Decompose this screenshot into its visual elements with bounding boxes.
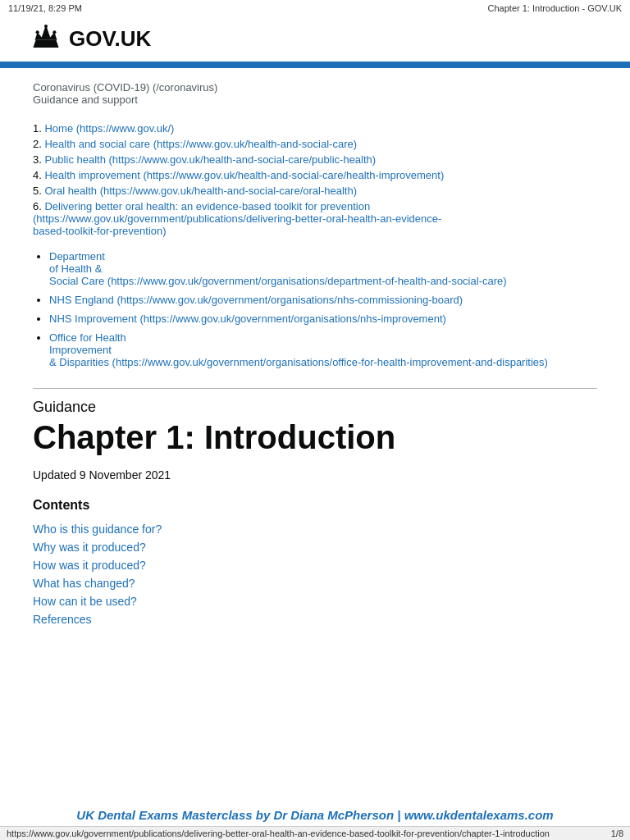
contents-section: Contents Who is this guidance for? Why w…: [33, 498, 597, 626]
covid-banner: Coronavirus (COVID-19) (/coronavirus) Gu…: [33, 81, 597, 106]
bottom-banner: UK Dental Exams Masterclass by Dr Diana …: [0, 805, 630, 825]
contents-heading: Contents: [33, 498, 597, 513]
contents-link-6[interactable]: References: [33, 613, 92, 626]
chapter-title: Chapter 1: Introduction: [33, 419, 597, 455]
breadcrumb-item-6: 6. Delivering better oral health: an evi…: [33, 200, 597, 237]
contents-link-3[interactable]: How was it produced?: [33, 559, 146, 572]
breadcrumb-item-2: 2. Health and social care (https://www.g…: [33, 138, 597, 150]
status-page: 1/8: [611, 829, 623, 838]
contents-item-3: How was it produced?: [33, 559, 597, 572]
breadcrumb-link-5[interactable]: Oral health (https://www.gov.uk/health-a…: [44, 185, 357, 197]
publisher-link-1[interactable]: Departmentof Health &Social Care (https:…: [49, 250, 507, 287]
contents-item-6: References: [33, 613, 597, 626]
contents-link-4[interactable]: What has changed?: [33, 577, 135, 590]
top-bar: 11/19/21, 8:29 PM Chapter 1: Introductio…: [0, 0, 630, 16]
contents-link-1[interactable]: Who is this guidance for?: [33, 523, 162, 536]
breadcrumb-link-6[interactable]: Delivering better oral health: an eviden…: [33, 200, 441, 237]
contents-list: Who is this guidance for? Why was it pro…: [33, 523, 597, 626]
divider: [33, 388, 597, 389]
status-bar: https://www.gov.uk/government/publicatio…: [0, 826, 630, 840]
contents-item-4: What has changed?: [33, 577, 597, 590]
breadcrumb-item-3: 3. Public health (https://www.gov.uk/hea…: [33, 153, 597, 166]
contents-item-1: Who is this guidance for?: [33, 523, 597, 536]
publisher-item-4: Office for HealthImprovement& Disparitie…: [49, 331, 597, 368]
publisher-item-2: NHS England (https://www.gov.uk/governme…: [49, 294, 597, 306]
breadcrumb-link-2[interactable]: Health and social care (https://www.gov.…: [44, 138, 357, 150]
bottom-banner-text: UK Dental Exams Masterclass by Dr Diana …: [76, 808, 553, 822]
datetime: 11/19/21, 8:29 PM: [8, 3, 82, 13]
status-url: https://www.gov.uk/government/publicatio…: [7, 829, 550, 838]
site-header: GOV.UK: [0, 16, 630, 62]
gov-uk-text: GOV.UK: [69, 26, 151, 52]
breadcrumb-link-4[interactable]: Health improvement (https://www.gov.uk/h…: [44, 169, 444, 181]
main-content: Coronavirus (COVID-19) (/coronavirus) Gu…: [0, 68, 630, 659]
contents-item-5: How can it be used?: [33, 595, 597, 608]
guidance-label: Guidance: [33, 399, 597, 416]
svg-point-2: [52, 30, 56, 34]
covid-title[interactable]: Coronavirus (COVID-19) (/coronavirus): [33, 81, 597, 94]
breadcrumb-item-1: 1. Home (https://www.gov.uk/): [33, 122, 597, 135]
svg-point-0: [36, 30, 39, 34]
publisher-link-2[interactable]: NHS England (https://www.gov.uk/governme…: [49, 294, 463, 306]
publisher-item-1: Departmentof Health &Social Care (https:…: [49, 250, 597, 287]
breadcrumb-link-3[interactable]: Public health (https://www.gov.uk/health…: [44, 153, 376, 166]
updated-date: Updated 9 November 2021: [33, 468, 597, 482]
breadcrumb: 1. Home (https://www.gov.uk/) 2. Health …: [33, 122, 597, 237]
publisher-list: Departmentof Health &Social Care (https:…: [33, 250, 597, 368]
page-title-tab: Chapter 1: Introduction - GOV.UK: [488, 3, 622, 13]
covid-subtitle: Guidance and support: [33, 94, 597, 106]
crown-icon: [33, 25, 59, 53]
covid-link[interactable]: Coronavirus (COVID-19) (/coronavirus): [33, 81, 217, 94]
publisher-item-3: NHS Improvement (https://www.gov.uk/gove…: [49, 313, 597, 325]
breadcrumb-link-1[interactable]: Home (https://www.gov.uk/): [44, 122, 174, 135]
breadcrumb-item-5: 5. Oral health (https://www.gov.uk/healt…: [33, 185, 597, 197]
breadcrumb-item-4: 4. Health improvement (https://www.gov.u…: [33, 169, 597, 181]
svg-point-1: [44, 25, 48, 28]
blue-bar: [0, 62, 630, 68]
gov-uk-logo[interactable]: GOV.UK: [33, 25, 597, 53]
contents-link-5[interactable]: How can it be used?: [33, 595, 137, 608]
publisher-link-3[interactable]: NHS Improvement (https://www.gov.uk/gove…: [49, 313, 446, 325]
contents-link-2[interactable]: Why was it produced?: [33, 541, 146, 554]
publisher-link-4[interactable]: Office for HealthImprovement& Disparitie…: [49, 331, 548, 368]
breadcrumb-list: 1. Home (https://www.gov.uk/) 2. Health …: [33, 122, 597, 237]
contents-item-2: Why was it produced?: [33, 541, 597, 554]
